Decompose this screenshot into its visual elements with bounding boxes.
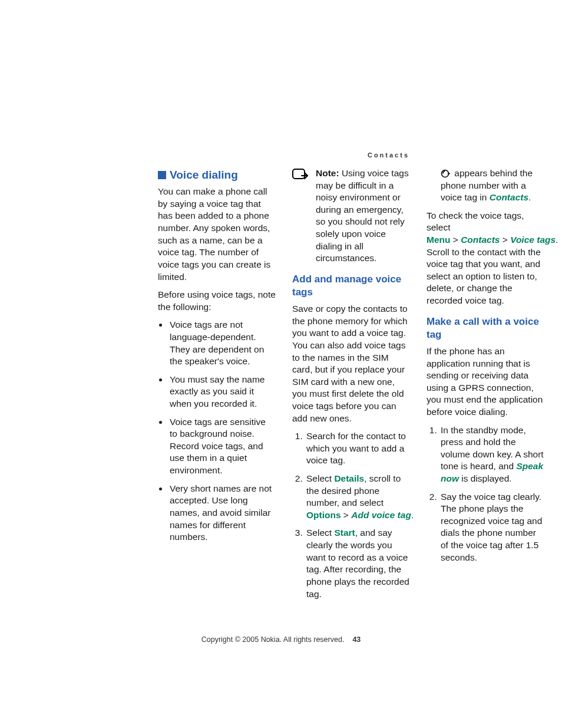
call-paragraph: If the phone has an application running … bbox=[427, 345, 544, 419]
list-item: You must say the name exactly as you sai… bbox=[168, 374, 276, 410]
save-paragraph: Save or copy the contacts to the phone m… bbox=[292, 303, 410, 424]
menu-voice-tags: Voice tags bbox=[510, 235, 556, 245]
page-number: 43 bbox=[352, 635, 361, 644]
t: . Scroll to the contact with the voice t… bbox=[427, 235, 558, 305]
note-label: Note: bbox=[316, 168, 339, 178]
square-bullet-icon bbox=[158, 171, 166, 179]
check-paragraph: To check the voice tags, select Menu > C… bbox=[427, 210, 544, 307]
t: Select bbox=[306, 528, 334, 538]
list-item: In the standby mode, press and hold the … bbox=[439, 424, 544, 485]
voice-tag-icon bbox=[441, 169, 451, 178]
t: is displayed. bbox=[459, 473, 512, 483]
note-body: Using voice tags may be difficult in a n… bbox=[316, 168, 409, 263]
call-steps: In the standby mode, press and hold the … bbox=[427, 424, 544, 564]
menu-options: Options bbox=[306, 510, 341, 520]
t: . bbox=[528, 192, 531, 202]
menu-contacts: Contacts bbox=[461, 235, 500, 245]
page-footer: Copyright © 2005 Nokia. All rights reser… bbox=[0, 635, 562, 645]
t: Select bbox=[306, 473, 334, 483]
list-item: Select Details, scroll to the desired ph… bbox=[305, 473, 410, 521]
list-item: Say the voice tag clearly. The phone pla… bbox=[439, 491, 544, 564]
heading-add-manage: Add and manage voice tags bbox=[292, 273, 410, 299]
list-item: Search for the contact to which you want… bbox=[305, 430, 410, 467]
menu-menu: Menu bbox=[427, 235, 450, 245]
copyright: Copyright © 2005 Nokia. All rights reser… bbox=[201, 635, 345, 644]
menu-contacts: Contacts bbox=[490, 192, 528, 202]
t: To check the voice tags, select bbox=[427, 210, 524, 233]
menu-details: Details bbox=[334, 473, 364, 483]
heading-voice-dialing: Voice dialing bbox=[158, 167, 276, 182]
svg-rect-0 bbox=[293, 169, 305, 179]
manual-page: Contacts Voice dialing You can make a ph… bbox=[0, 0, 562, 728]
list-item: Voice tags are not language-dependent. T… bbox=[168, 319, 276, 367]
intro-paragraph: You can make a phone call by saying a vo… bbox=[158, 186, 276, 283]
note-icon bbox=[292, 167, 309, 265]
list-item: Voice tags are sensitive to background n… bbox=[168, 416, 276, 477]
notes-list: Voice tags are not language-dependent. T… bbox=[158, 319, 276, 543]
list-item: Very short names are not accepted. Use l… bbox=[168, 483, 276, 543]
content-columns: Voice dialing You can make a phone call … bbox=[158, 167, 410, 622]
t: > bbox=[500, 235, 510, 245]
before-paragraph: Before using voice tags, note the follow… bbox=[158, 289, 276, 313]
note-block: Note: Using voice tags may be difficult … bbox=[292, 167, 410, 265]
heading-text: Voice dialing bbox=[170, 169, 238, 181]
note-text: Note: Using voice tags may be difficult … bbox=[316, 167, 410, 265]
menu-add-voice-tag: Add voice tag bbox=[351, 510, 411, 520]
t: , and say clearly the words you want to … bbox=[306, 528, 409, 598]
t: . bbox=[411, 510, 414, 520]
menu-start: Start bbox=[334, 528, 355, 538]
section-header: Contacts bbox=[368, 151, 409, 160]
heading-make-call: Make a call with a voice tag bbox=[427, 315, 544, 342]
t: > bbox=[450, 235, 461, 245]
t: > bbox=[341, 510, 352, 520]
